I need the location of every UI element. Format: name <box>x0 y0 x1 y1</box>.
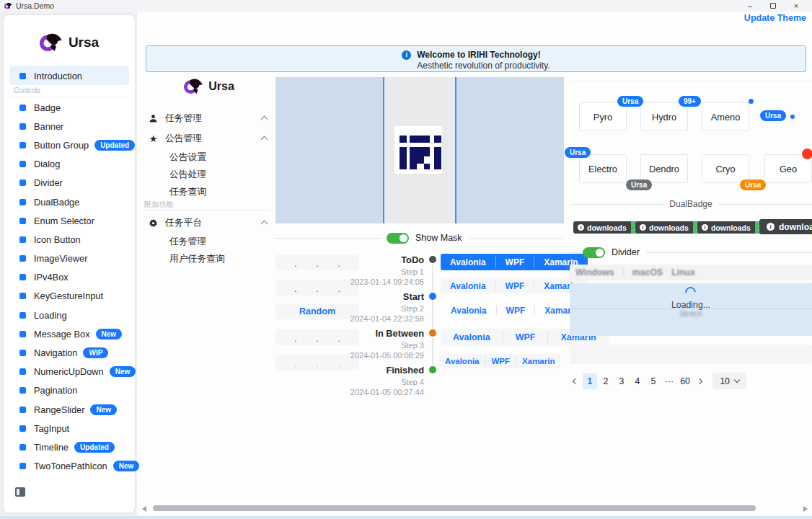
window-bottom-edge <box>0 516 812 519</box>
xamarin-button[interactable]: Xamarin <box>516 354 560 368</box>
scroll-left-arrow[interactable] <box>142 506 146 512</box>
ipv4-input-disabled: ... <box>275 355 359 371</box>
sidebar-item-navigation[interactable]: NavigationWIP <box>9 343 129 362</box>
chevron-up-icon[interactable] <box>262 135 267 142</box>
sidebar-item-message-box[interactable]: Message BoxNew <box>9 324 129 343</box>
banner-subtitle: Aesthetic revolution of productivity. <box>417 61 550 71</box>
menu-item-task-platform[interactable]: 任务平台 <box>144 215 273 231</box>
page-button-4[interactable]: 4 <box>630 373 645 389</box>
sidebar-item-enum-selector[interactable]: Enum Selector <box>9 211 129 230</box>
sidebar-item-dialog[interactable]: Dialog <box>9 155 129 174</box>
wpf-button[interactable]: WPF <box>496 254 534 270</box>
page-button-5[interactable]: 5 <box>646 373 661 389</box>
sidebar-item-rangeslider[interactable]: RangeSliderNew <box>9 400 129 419</box>
show-mask-toggle[interactable] <box>387 233 409 244</box>
sidebar-item-keygestureinput[interactable]: KeyGestureInput <box>9 287 129 306</box>
sidebar-item-icon-button[interactable]: Icon Button <box>9 230 129 249</box>
update-theme-button[interactable]: Update Theme <box>744 13 806 23</box>
page-button-1[interactable]: 1 <box>583 373 597 389</box>
tab-linux[interactable]: Linux <box>671 267 695 278</box>
status-badge: Updated <box>94 140 135 151</box>
ursa-badge: Ursa <box>617 96 643 107</box>
bullet-icon <box>19 331 26 337</box>
image-viewer[interactable] <box>275 77 564 223</box>
bullet-icon <box>19 368 26 375</box>
welcome-banner: i Welcome to IRIHI Technology! Aesthetic… <box>146 45 806 72</box>
sidebar-item-numericupdown[interactable]: NumericUpDownNew <box>9 363 129 381</box>
more-pages-button[interactable]: ··· <box>662 373 676 389</box>
timeline-dot-in-between <box>429 329 436 337</box>
titlebar: Ursa.Demo – × <box>0 0 812 12</box>
viewer-mask-right <box>456 77 564 223</box>
page-button-60[interactable]: 60 <box>678 373 692 389</box>
menu-item-task-management-sub[interactable]: 任务管理 <box>169 234 206 249</box>
menu-item-announcement-management[interactable]: ★ 公告管理 <box>144 130 273 146</box>
avalonia-button[interactable]: Avalonia <box>439 354 485 368</box>
page-size-select[interactable]: 10 <box>712 373 746 389</box>
collapse-sidebar-icon[interactable] <box>15 487 25 497</box>
sidebar-item-imageviewer[interactable]: ImageViewer <box>9 249 129 268</box>
menu-item-announcement-settings[interactable]: 公告设置 <box>169 149 206 165</box>
ipv4-input[interactable]: ... <box>275 329 359 345</box>
chevron-up-icon[interactable] <box>262 115 267 122</box>
sidebar-item-divider[interactable]: Divider <box>9 174 129 192</box>
app-window: Ursa.Demo – × Update Theme Ursa Introduc… <box>0 0 812 519</box>
badge-card-electro: Electro <box>579 154 627 183</box>
next-page-button[interactable] <box>694 373 705 389</box>
sidebar-item-ipv4box[interactable]: IPv4Box <box>9 268 129 287</box>
viewer-guide-line <box>455 77 456 223</box>
menu-item-user-task-query[interactable]: 用户任务查询 <box>169 251 225 267</box>
sidebar-item-button-group[interactable]: Button GroupUpdated <box>9 136 129 154</box>
tab-macos[interactable]: macOS <box>632 267 663 278</box>
page-button-2[interactable]: 2 <box>599 373 613 389</box>
timeline-time: 2024-01-05 00:27:44 <box>350 388 424 396</box>
badges-top-divider <box>570 81 812 81</box>
user-icon <box>148 114 159 123</box>
scrollbar-thumb[interactable] <box>153 505 756 511</box>
avalonia-button[interactable]: Avalonia <box>441 278 495 293</box>
sidebar-item-pagination[interactable]: Pagination <box>9 381 129 400</box>
timeline-step: Step 1 <box>401 267 424 276</box>
menu-logo: Ursa <box>144 78 274 94</box>
window-title: Ursa.Demo <box>16 1 54 10</box>
close-button[interactable]: × <box>785 0 808 12</box>
button-group-solid: Avalonia WPF Xamarin <box>441 254 588 270</box>
menu-item-task-management[interactable]: 任务管理 <box>144 110 273 126</box>
sidebar-item-introduction[interactable]: Introduction <box>9 66 129 85</box>
loading-spinner-icon <box>683 285 698 300</box>
divider-toggle[interactable] <box>583 247 605 258</box>
wpf-button[interactable]: WPF <box>496 278 534 293</box>
sidebar-item-badge[interactable]: Badge <box>9 98 129 117</box>
bullet-icon <box>19 199 26 205</box>
wpf-button[interactable]: WPF <box>497 303 535 318</box>
tab-windows[interactable]: Windows <box>575 267 614 278</box>
wpf-button[interactable]: WPF <box>503 329 548 346</box>
wpf-button[interactable]: WPF <box>486 354 516 368</box>
info-icon: i <box>640 224 646 231</box>
menu-item-announcement-processing[interactable]: 公告处理 <box>169 167 206 182</box>
app-logo-icon <box>4 2 12 9</box>
sidebar-item-taginput[interactable]: TagInput <box>9 419 129 438</box>
avalonia-button[interactable]: Avalonia <box>441 329 503 346</box>
ipv4-input[interactable]: ... <box>275 254 359 270</box>
info-icon: i <box>578 224 584 231</box>
chevron-down-icon <box>734 377 740 383</box>
chevron-up-icon[interactable] <box>262 219 267 226</box>
bullet-icon <box>19 255 26 262</box>
page-button-3[interactable]: 3 <box>614 373 629 389</box>
prev-page-button[interactable] <box>570 373 581 389</box>
minimize-button[interactable]: – <box>738 0 762 12</box>
sidebar-item-loading[interactable]: Loading <box>9 306 129 324</box>
ipv4-input[interactable]: ... <box>275 280 359 296</box>
sidebar-item-dualbadge[interactable]: DualBadge <box>9 192 129 211</box>
avalonia-button[interactable]: Avalonia <box>441 254 495 270</box>
random-button[interactable]: Random <box>275 303 359 319</box>
sidebar-item-timeline[interactable]: TimelineUpdated <box>9 438 129 456</box>
scroll-right-arrow[interactable] <box>803 506 808 512</box>
maximize-button[interactable] <box>762 0 785 12</box>
menu-logo-text: Ursa <box>208 80 234 93</box>
sidebar-item-twotonepathicon[interactable]: TwoTonePathIconNew <box>9 457 129 476</box>
menu-item-task-query[interactable]: 任务查询 <box>169 184 206 200</box>
sidebar-item-banner[interactable]: Banner <box>9 117 129 136</box>
avalonia-button[interactable]: Avalonia <box>441 303 496 318</box>
